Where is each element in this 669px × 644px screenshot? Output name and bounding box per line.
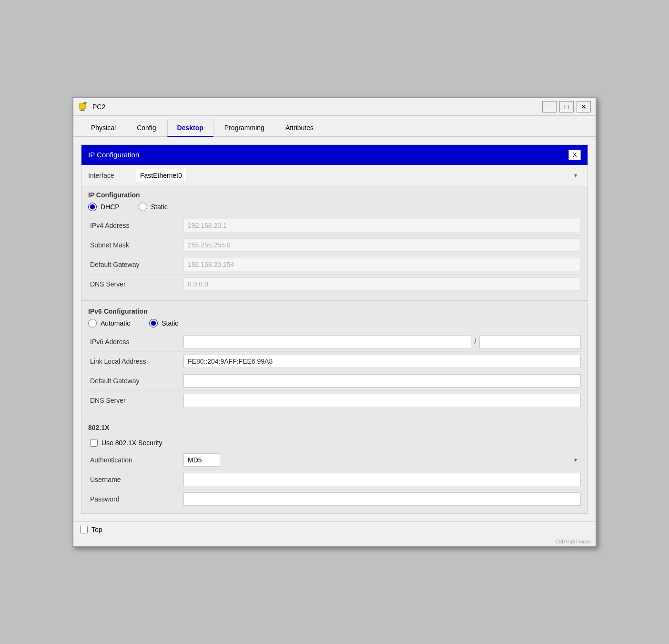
default-gateway-v4-row: Default Gateway [88, 255, 581, 275]
interface-select-arrow: ▾ [574, 172, 577, 179]
ipv4-radio-row: DHCP Static [88, 203, 581, 211]
dns-server-v6-row: DNS Server [88, 391, 581, 410]
automatic-radio-item[interactable]: Automatic [88, 319, 130, 327]
link-local-label: Link Local Address [88, 358, 183, 365]
link-local-row: Link Local Address [88, 352, 581, 371]
dhcp-radio-item[interactable]: DHCP [88, 203, 120, 211]
ipv4-section-title: IP Configuration [88, 191, 581, 199]
link-local-input[interactable] [183, 355, 581, 368]
title-bar-left: PC2 [78, 102, 105, 112]
dhcp-label: DHCP [101, 203, 120, 211]
top-label: Top [91, 526, 102, 533]
section-divider-2 [81, 417, 588, 417]
authentication-label: Authentication [88, 456, 183, 464]
ip-config-header: IP Configuration X [81, 145, 588, 165]
ipv6-address-inputs: / [183, 335, 581, 348]
svg-marker-1 [83, 102, 87, 103]
ipv6-address-input[interactable] [183, 335, 471, 348]
app-icon [78, 102, 89, 112]
ipv4-address-row: IPv4 Address [88, 216, 581, 235]
authentication-row: Authentication MD5 EAP-TLS ▾ [88, 450, 581, 470]
default-gateway-v6-row: Default Gateway [88, 371, 581, 391]
svg-rect-3 [80, 110, 85, 111]
interface-row: Interface FastEthernet0 ▾ [81, 165, 588, 186]
auth-select-arrow: ▾ [574, 457, 577, 463]
static-ipv6-radio[interactable] [149, 319, 158, 327]
password-label: Password [88, 495, 183, 503]
dot1x-section: 802.1X Use 802.1X Security Authenticatio… [81, 419, 588, 513]
window-controls: − □ ✕ [542, 101, 591, 112]
bottom-bar: Top [73, 521, 596, 537]
ipv6-address-label: IPv6 Address [88, 338, 183, 346]
automatic-radio[interactable] [88, 319, 97, 327]
watermark: CSDN @7 moon [73, 537, 596, 546]
tab-programming[interactable]: Programming [214, 120, 274, 136]
static-ipv4-radio-item[interactable]: Static [139, 203, 168, 211]
tab-desktop[interactable]: Desktop [167, 120, 213, 137]
static-ipv4-radio[interactable] [139, 203, 147, 211]
use-security-row: Use 802.1X Security [88, 435, 581, 450]
ipv6-address-row: IPv6 Address / [88, 332, 581, 352]
subnet-mask-label: Subnet Mask [88, 241, 183, 249]
use-security-label: Use 802.1X Security [101, 439, 162, 447]
password-row: Password [88, 490, 581, 509]
default-gateway-v6-input[interactable] [183, 374, 581, 388]
tab-bar: Physical Config Desktop Programming Attr… [73, 116, 596, 137]
tab-physical[interactable]: Physical [81, 120, 126, 136]
svg-rect-2 [81, 109, 84, 110]
dns-server-v4-input[interactable] [183, 277, 581, 291]
tab-attributes[interactable]: Attributes [275, 120, 324, 136]
ipv4-section: IP Configuration DHCP Static IPv4 Addres… [81, 186, 588, 298]
svg-rect-0 [79, 103, 86, 109]
window-title: PC2 [92, 103, 105, 111]
use-security-checkbox[interactable] [90, 439, 98, 447]
ipv6-slash: / [474, 337, 476, 346]
title-bar: PC2 − □ ✕ [73, 98, 596, 116]
ip-config-title: IP Configuration [88, 151, 139, 159]
dot1x-title: 802.1X [88, 424, 581, 431]
automatic-label: Automatic [101, 319, 130, 327]
default-gateway-v4-input[interactable] [183, 258, 581, 271]
username-label: Username [88, 476, 183, 483]
username-input[interactable] [183, 473, 581, 486]
auth-select[interactable]: MD5 EAP-TLS [183, 453, 220, 467]
top-checkbox[interactable] [80, 526, 88, 533]
subnet-mask-row: Subnet Mask [88, 235, 581, 255]
ipv6-prefix-input[interactable] [479, 335, 581, 348]
ip-config-panel: IP Configuration X Interface FastEtherne… [81, 144, 588, 514]
main-content: IP Configuration X Interface FastEtherne… [73, 137, 596, 521]
default-gateway-v6-label: Default Gateway [88, 377, 183, 385]
interface-label: Interface [88, 172, 126, 179]
dns-server-v4-label: DNS Server [88, 280, 183, 288]
close-button[interactable]: ✕ [577, 101, 591, 112]
interface-select[interactable]: FastEthernet0 [136, 169, 186, 182]
ipv6-section-title: IPv6 Configuration [88, 307, 581, 315]
dns-server-v4-row: DNS Server [88, 275, 581, 294]
dhcp-radio[interactable] [88, 203, 97, 211]
dns-server-v6-input[interactable] [183, 394, 581, 407]
ipv6-radio-row: Automatic Static [88, 319, 581, 327]
minimize-button[interactable]: − [542, 101, 557, 112]
main-window: PC2 − □ ✕ Physical Config Desktop Progra… [72, 97, 597, 547]
ipv6-section: IPv6 Configuration Automatic Static IPv6… [81, 303, 588, 415]
ip-config-close-button[interactable]: X [568, 150, 581, 160]
ipv4-address-input[interactable] [183, 219, 581, 232]
static-ipv4-label: Static [151, 203, 168, 211]
ipv4-address-label: IPv4 Address [88, 222, 183, 229]
subnet-mask-input[interactable] [183, 238, 581, 252]
maximize-button[interactable]: □ [559, 101, 574, 112]
static-ipv6-radio-item[interactable]: Static [149, 319, 178, 327]
interface-select-wrapper: FastEthernet0 ▾ [136, 169, 581, 182]
tab-config[interactable]: Config [127, 120, 166, 136]
password-input[interactable] [183, 492, 581, 506]
default-gateway-v4-label: Default Gateway [88, 261, 183, 268]
dns-server-v6-label: DNS Server [88, 397, 183, 404]
username-row: Username [88, 470, 581, 490]
static-ipv6-label: Static [162, 319, 178, 327]
section-divider-1 [81, 300, 588, 301]
auth-select-wrapper: MD5 EAP-TLS ▾ [183, 453, 581, 467]
